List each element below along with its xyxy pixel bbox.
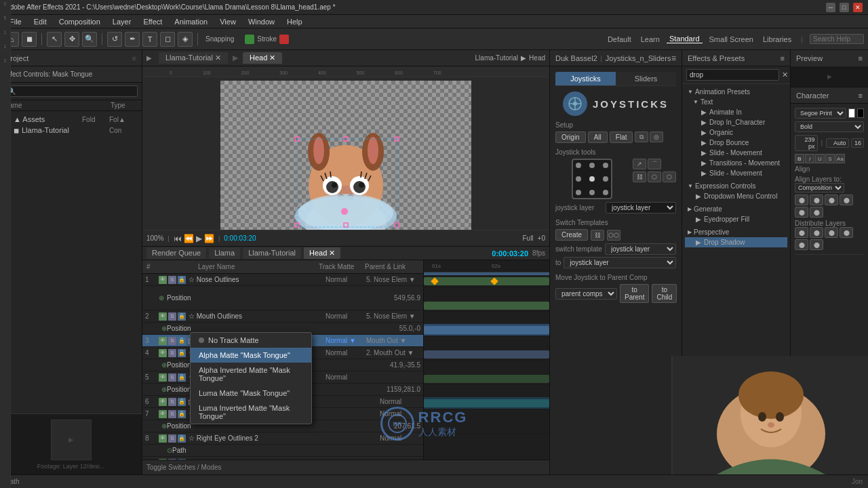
effect-dropdown-menu[interactable]: ▶ Dropdown Menu Control	[685, 191, 787, 201]
ws-learn[interactable]: Learn	[638, 35, 663, 43]
to-parent-btn[interactable]: to Parent	[620, 284, 649, 303]
effect-drop-character[interactable]: ▶ Drop In_Character	[690, 117, 787, 127]
solo-icon-5[interactable]: S	[168, 373, 176, 382]
effects-menu-icon[interactable]: ≡	[781, 54, 785, 62]
solo-icon-2[interactable]: S	[168, 312, 176, 321]
js-curve-2[interactable]: ⌒	[648, 159, 661, 169]
dist-6[interactable]: ⬤	[810, 239, 823, 250]
perspective-header[interactable]: ▶ Perspective	[685, 227, 787, 237]
js-link-2[interactable]: ⬡	[648, 171, 661, 182]
eye-icon-8[interactable]: 👁	[159, 434, 167, 443]
joysticks-menu-icon[interactable]: ≡	[671, 54, 676, 63]
project-item-llama[interactable]: ◼ Llama-Tutorial Con	[3, 125, 139, 136]
toolbar-new[interactable]: ◼	[22, 32, 37, 47]
toolbar-rotate[interactable]: ↺	[107, 32, 122, 47]
effect-drop-shadow[interactable]: ▶ Drop Shadow	[685, 237, 787, 247]
switch-template-select[interactable]: joystick layer	[605, 243, 676, 255]
layer-select[interactable]: joystick layer	[606, 202, 676, 214]
effect-transitions-movement[interactable]: ▶ Transitions - Movement	[690, 158, 787, 168]
effect-drop-bounce[interactable]: ▶ Drop Bounce	[690, 138, 787, 148]
toolbar-pen[interactable]: ✒	[125, 32, 140, 47]
layer-row-2[interactable]: 2 👁 S 🔒 ☆ Mouth Outlines Normal 5. Nose …	[142, 310, 423, 323]
effect-organic[interactable]: ▶ Organic	[690, 127, 787, 138]
view-options[interactable]: +0	[538, 235, 545, 242]
lock-icon-2[interactable]: 🔒	[178, 312, 186, 321]
ws-libraries[interactable]: Libraries	[760, 35, 794, 43]
solo-icon-3[interactable]: S	[168, 337, 176, 345]
align-center-v[interactable]: ⬤	[795, 207, 808, 218]
minimize-button[interactable]: ─	[826, 3, 835, 12]
solo-icon-1[interactable]: S	[168, 276, 176, 284]
char-style-select[interactable]: Bold	[795, 121, 864, 132]
effect-animate-in[interactable]: ▶ Animate In	[690, 107, 787, 117]
fill-color[interactable]	[245, 35, 254, 44]
layer-row[interactable]: 1 👁 S 🔒 ☆ Nose Outlines Normal 5. Nose E…	[142, 274, 423, 286]
dist-5[interactable]: ⬤	[795, 239, 808, 250]
effects-search-clear[interactable]: ✕	[782, 70, 788, 79]
text-group-header[interactable]: ▼ Text	[690, 97, 787, 107]
expression-header[interactable]: ▼ Expression Controls	[685, 181, 787, 191]
menu-effect[interactable]: Effect	[138, 16, 167, 27]
align-left[interactable]: ⬤	[795, 195, 808, 205]
eye-icon-1[interactable]: 👁	[159, 276, 167, 284]
char-color-black[interactable]	[857, 108, 864, 118]
project-item-assets[interactable]: ▶ ▲ Assets Fold Fol▲	[3, 114, 139, 125]
char-leading[interactable]: 16	[851, 138, 864, 148]
menu-edit[interactable]: Edit	[28, 16, 52, 27]
effect-eyedropper[interactable]: ▶ Eyedropper Fill	[685, 214, 787, 224]
ws-small[interactable]: Small Screen	[707, 35, 756, 43]
italic-btn[interactable]: I	[805, 154, 814, 163]
extra-icon-1[interactable]: ⧉	[635, 131, 648, 142]
ws-default[interactable]: Default	[605, 35, 634, 43]
dist-3[interactable]: ⬤	[825, 227, 838, 238]
tab-head[interactable]: Head ✕	[304, 247, 340, 259]
eye-icon-2[interactable]: 👁	[159, 312, 167, 321]
effect-controls-tab[interactable]: Effect Controls: Mask Tongue	[4, 70, 92, 78]
toolbar-puppet[interactable]: ◈	[178, 32, 193, 47]
play-btn[interactable]: ⏮	[174, 234, 182, 243]
underline-btn[interactable]: U	[815, 154, 825, 163]
preview-menu[interactable]: ≡	[859, 54, 863, 62]
dropdown-luma-inv[interactable]: Luma Inverted Matte "Mask Tongue"	[191, 401, 311, 424]
comp-tab-head[interactable]: Head ✕	[243, 52, 282, 64]
effect-group-animation-header[interactable]: ▼ Animation Presets	[685, 87, 787, 97]
sw-icon-1[interactable]: ⛓	[591, 230, 604, 241]
dropdown-luma-matte[interactable]: Luma Matte "Mask Tongue"	[191, 386, 311, 401]
lock-icon-7[interactable]: 🔒	[178, 410, 186, 418]
align-top[interactable]: ⬤	[840, 195, 853, 205]
char-color-swatch[interactable]	[848, 108, 855, 118]
menu-animation[interactable]: Animation	[169, 16, 213, 27]
dist-2[interactable]: ⬤	[810, 227, 823, 238]
ws-standard[interactable]: Standard	[667, 35, 703, 43]
effect-slide-movement[interactable]: ▶ Slide - Movement	[690, 148, 787, 158]
maximize-button[interactable]: □	[840, 3, 849, 12]
dropdown-no-track[interactable]: No Track Matte	[191, 333, 311, 348]
char-size[interactable]: 239 px	[795, 135, 818, 151]
left-panel-close[interactable]: ≡	[132, 54, 136, 62]
char-menu[interactable]: ≡	[859, 92, 863, 100]
tab-llama-tutorial[interactable]: Llama-Tutorial	[243, 247, 301, 259]
lock-icon-5[interactable]: 🔒	[178, 373, 186, 382]
to-child-btn[interactable]: to Child	[652, 284, 677, 303]
stroke-color[interactable]	[279, 35, 289, 44]
close-button[interactable]: ✕	[853, 3, 863, 12]
origin-btn[interactable]: Origin	[555, 131, 586, 143]
tab-llama[interactable]: Llama	[209, 247, 240, 259]
project-search[interactable]	[4, 85, 138, 97]
extra-icon-2[interactable]: ◎	[650, 131, 663, 142]
solo-icon-4[interactable]: S	[168, 349, 176, 357]
solo-icon-8[interactable]: S	[168, 434, 176, 443]
joysticks-tab[interactable]: Joysticks	[555, 72, 616, 85]
solo-icon-6[interactable]: S	[168, 398, 176, 406]
menu-view[interactable]: View	[214, 16, 241, 27]
toolbar-zoom[interactable]: 🔍	[82, 32, 97, 47]
lock-icon-3[interactable]: 🔒	[178, 337, 186, 345]
strikethrough-btn[interactable]: S	[825, 154, 835, 163]
search-help-input[interactable]	[810, 34, 864, 44]
comp-tab-llama-tutorial[interactable]: Llama-Tutorial ✕	[159, 52, 228, 64]
effects-search[interactable]	[686, 69, 779, 81]
tab-render-queue[interactable]: Render Queue	[146, 247, 206, 259]
toolbar-shape[interactable]: ◻	[160, 32, 175, 47]
joystick-visual[interactable]	[572, 159, 612, 199]
track-matte-dropdown[interactable]: No Track Matte Alpha Matte "Mask Tongue"…	[190, 332, 312, 424]
